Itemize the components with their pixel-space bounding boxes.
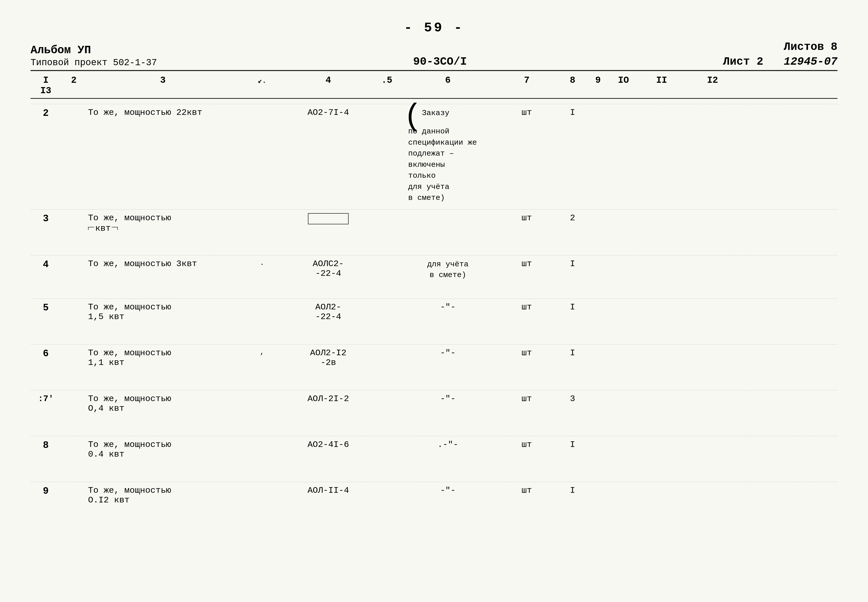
col3b: [239, 485, 285, 487]
col8: I: [560, 107, 585, 118]
col3b: [239, 107, 285, 109]
row-number: 3: [31, 212, 61, 225]
table-body: 2 То же, мощностью 22квт АО2-7I-4 (Заказ…: [31, 104, 837, 522]
table-row: 5 То же, мощностью1,5 квт АОЛ2- -22-4 -"…: [31, 298, 837, 339]
col7: шт: [494, 212, 560, 224]
doc-number: 12945-07: [784, 55, 837, 68]
row-number: 9: [31, 485, 61, 498]
col11: [636, 212, 687, 214]
col11: [636, 485, 687, 487]
row-number: 2: [31, 107, 61, 120]
col5: [372, 258, 402, 260]
col9: [585, 347, 611, 349]
col-header-5: .5: [372, 75, 402, 86]
col11: [636, 107, 687, 109]
col7: шт: [494, 107, 560, 118]
table-row: 9 То же, мощностьюО.I2 квт АОЛ-II-4 -"- …: [31, 482, 837, 522]
col9: [585, 107, 611, 109]
col9: [585, 258, 611, 260]
col10: [611, 258, 636, 260]
col12: [687, 439, 738, 441]
col13: [31, 284, 61, 286]
col-header-2: 2: [61, 75, 87, 86]
col6-bracket: (Заказу по данной спецификации же подлеж…: [402, 107, 494, 205]
col3b: [239, 393, 285, 395]
row-number: 4: [31, 258, 61, 271]
col3: То же, мощностью квт: [87, 212, 239, 234]
row-number: :7': [31, 393, 61, 405]
col5: [372, 212, 402, 214]
col9: [585, 301, 611, 303]
col13: [31, 512, 61, 514]
col12: [687, 393, 738, 395]
col8: 2: [560, 212, 585, 224]
col2: [61, 212, 87, 214]
col3: То же, мощностью1,1 квт: [87, 347, 239, 369]
col4: АО2-7I-4: [285, 107, 372, 118]
col13: [31, 329, 61, 330]
table-row: 3 То же, мощностью квт шт 2: [31, 209, 837, 255]
col7: шт: [494, 393, 560, 405]
col2: [61, 347, 87, 349]
col3b: [239, 439, 285, 441]
col13: [31, 243, 61, 244]
col11: [636, 347, 687, 349]
col-header-3: 3: [87, 75, 239, 86]
col11: [636, 258, 687, 260]
col9: [585, 393, 611, 395]
col5: [372, 107, 402, 109]
table-row: 6 То же, мощностью1,1 квт , АОЛ2-I2 -2в …: [31, 344, 837, 385]
col5: [372, 347, 402, 349]
col12: [687, 107, 738, 109]
col12: [687, 301, 738, 303]
col-header-3b: ↙.: [239, 76, 285, 85]
col4: АОЛС2- -22-4: [285, 258, 372, 280]
col3: То же, мощностью 22квт: [87, 107, 239, 118]
col5: [372, 301, 402, 303]
col-header-7: 7: [494, 75, 560, 86]
col-header-6: 6: [402, 75, 494, 86]
col3: То же, мощностью 3квт: [87, 258, 239, 270]
col-header-13: I3: [31, 86, 61, 96]
table-row: 4 То же, мощностью 3квт . АОЛС2- -22-4 д…: [31, 255, 837, 291]
col4: АОЛ-2I-2: [285, 393, 372, 405]
col11: [636, 439, 687, 441]
col4: АОЛ-II-4: [285, 485, 372, 496]
col13: [31, 466, 61, 468]
col13: [31, 420, 61, 422]
col11: [636, 393, 687, 395]
col-header-4: 4: [285, 75, 372, 86]
col8: 3: [560, 393, 585, 405]
col9: [585, 212, 611, 214]
project-label: Типовой проект 502-1-37: [31, 58, 157, 68]
col3: То же, мощностьюО,4 квт: [87, 393, 239, 414]
col12: [687, 212, 738, 214]
table-row: 2 То же, мощностью 22квт АО2-7I-4 (Заказ…: [31, 104, 837, 209]
col3: То же, мощностью0.4 квт: [87, 439, 239, 460]
col6: -"-: [402, 393, 494, 405]
col5: [372, 439, 402, 441]
col3b: .: [239, 258, 285, 268]
col10: [611, 439, 636, 441]
col6: -"-: [402, 347, 494, 359]
col-header-12: I2: [687, 75, 738, 86]
header-right: Листов 8 Лист 2 12945-07: [723, 40, 837, 68]
sheet-label: Лист 2: [723, 55, 763, 68]
page-number: - 59 -: [31, 20, 837, 35]
header: Альбом УП Типовой проект 502-1-37 90-3CO…: [31, 40, 837, 68]
page: - 59 - Альбом УП Типовой проект 502-1-37…: [0, 0, 868, 602]
col6: .-"-: [402, 439, 494, 450]
col9: [585, 439, 611, 441]
col13: [31, 205, 61, 207]
col-header-1: I: [31, 75, 61, 86]
col6: для учётав смете): [402, 258, 494, 281]
row-number: 6: [31, 347, 61, 360]
col12: [687, 485, 738, 487]
col4: АОЛ2- -22-4: [285, 301, 372, 322]
col2: [61, 485, 87, 487]
col3b: [239, 301, 285, 303]
col8: I: [560, 485, 585, 496]
col7: шт: [494, 485, 560, 496]
header-left: Альбом УП Типовой проект 502-1-37: [31, 44, 157, 68]
col-header-9: 9: [585, 75, 611, 86]
